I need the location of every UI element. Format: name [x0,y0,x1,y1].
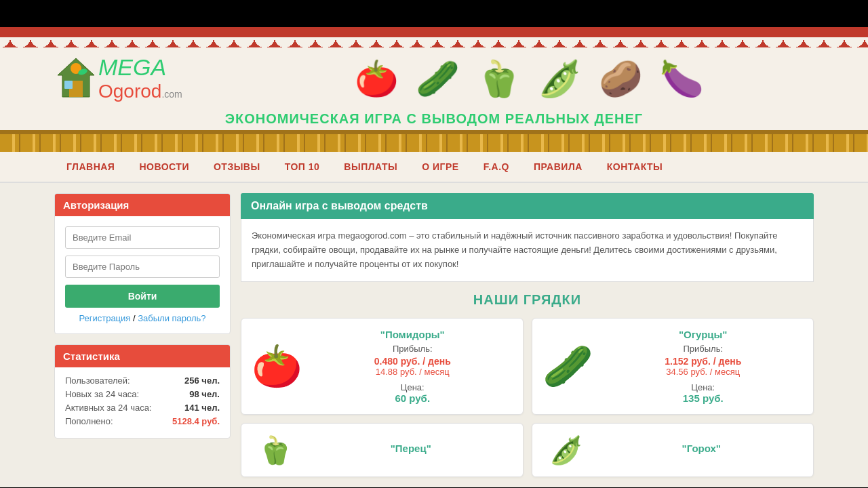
nav-item-otzyvy[interactable]: ОТЗЫВЫ [201,152,273,182]
stats-label-deposited: Пополнено: [65,416,113,426]
logo-ogorod-text: Ogorod [98,81,161,102]
nav-link-top10[interactable]: ТОП 10 [273,152,332,182]
tomato-veggie-icon: 🍅 [252,346,302,387]
stats-value-active: 141 чел. [184,403,220,413]
nav-item-glavnaya[interactable]: ГЛАВНАЯ [54,152,127,182]
tomato-profit-month: 14.88 руб. / месяц [313,367,513,377]
tomato-info: "Помидоры" Прибыль: 0.480 руб. / день 14… [313,329,513,404]
auth-section: Авторизация Войти Регистрация / Забыли п… [54,193,231,334]
sidebar: Авторизация Войти Регистрация / Забыли п… [54,193,231,477]
nav-item-pravila[interactable]: ПРАВИЛА [521,152,595,182]
gryadka-card-pepper[interactable]: 🫑 "Перец" [241,423,524,477]
gryadki-grid-bottom: 🫑 "Перец" 🫛 "Горох" [241,423,814,477]
gryadka-card-peas[interactable]: 🫛 "Горох" [532,423,814,477]
content-header: Онлайн игра с выводом средств [241,193,814,219]
fence [0,130,868,152]
gryadka-card-cucumbers[interactable]: 🥒 "Огурцы" Прибыль: 1.152 руб. / день 34… [532,318,814,415]
nav-item-kontakty[interactable]: КОНТАКТЫ [595,152,675,182]
nav-link-novosti[interactable]: НОВОСТИ [127,152,201,182]
logo-com-text: .com [161,89,182,100]
cucumber-icon: 🥒 [416,61,460,96]
stats-label-active: Активных за 24 часа: [65,403,151,413]
tomato-profit-day: 0.480 руб. / день [313,356,513,367]
nav-link-oigre[interactable]: О ИГРЕ [410,152,471,182]
cucumber-price-label: Цена: [604,382,804,392]
veggie-icons: 🍅 🥒 🫑 🫛 🥔 🍆 [244,61,814,96]
stats-row-users: Пользователей: 256 чел. [65,375,220,386]
cucumber-name: "Огурцы" [604,329,804,340]
auth-form: Войти Регистрация / Забыли пароль? [55,216,230,333]
stats-label-new: Новых за 24 часа: [65,389,139,399]
stats-row-new: Новых за 24 часа: 98 чел. [65,389,220,399]
content-area: Авторизация Войти Регистрация / Забыли п… [0,183,868,487]
login-button[interactable]: Войти [65,285,220,308]
gryadka-card-tomatoes[interactable]: 🍅 "Помидоры" Прибыль: 0.480 руб. / день … [241,318,524,415]
password-field[interactable] [65,256,220,278]
cucumber-veggie-icon: 🥒 [542,346,593,387]
tomato-icon: 🍅 [355,61,399,96]
navigation: ГЛАВНАЯ НОВОСТИ ОТЗЫВЫ ТОП 10 ВЫПЛАТЫ О … [0,152,868,183]
forgot-link[interactable]: Забыли пароль? [138,313,205,323]
nav-item-novosti[interactable]: НОВОСТИ [127,152,201,182]
stats-row-active: Активных за 24 часа: 141 чел. [65,403,220,413]
scallop-border-top [0,27,868,47]
cucumber-profit-month: 34.56 руб. / месяц [604,367,804,377]
site-header: MEGA Ogorod.com 🍅 🥒 🫑 🫛 🥔 🍆 [0,47,868,106]
black-bar-top [0,0,868,27]
stats-row-deposited: Пополнено: 5128.4 руб. [65,416,220,426]
main-content: Онлайн игра с выводом средств Экономичес… [241,193,814,477]
house-icon [54,55,98,102]
svg-rect-3 [64,81,73,89]
nav-link-pravila[interactable]: ПРАВИЛА [521,152,595,182]
stats-body: Пользователей: 256 чел. Новых за 24 часа… [55,367,230,438]
peas-veggie-icon: 🫛 [542,436,590,464]
site-tagline: ЭКОНОМИЧЕСКАЯ ИГРА С ВЫВОДОМ РЕАЛЬНЫХ ДЕ… [0,106,868,130]
stats-section: Статистика Пользователей: 256 чел. Новых… [54,344,231,439]
gryadki-title: НАШИ ГРЯДКИ [241,292,814,308]
stats-label-users: Пользователей: [65,375,130,386]
eggplant-icon: 🍆 [660,61,704,96]
email-field[interactable] [65,226,220,249]
content-description: Экономическая игра megaogorod.com – это … [241,219,814,282]
tomato-name: "Помидоры" [313,329,513,340]
peas-icon: 🫛 [538,61,582,96]
nav-link-glavnaya[interactable]: ГЛАВНАЯ [54,152,127,182]
tomato-price-label: Цена: [313,382,513,392]
nav-link-faq[interactable]: F.A.Q [471,152,521,182]
pepper-veggie-icon: 🫑 [252,436,299,464]
stats-value-new: 98 чел. [189,389,220,399]
nav-link-otzyvy[interactable]: ОТЗЫВЫ [201,152,273,182]
cucumber-profit-day: 1.152 руб. / день [604,356,804,367]
cucumber-price: 135 руб. [604,392,804,404]
auth-links: Регистрация / Забыли пароль? [65,313,220,323]
logo[interactable]: MEGA Ogorod.com [54,54,224,102]
stats-value-users: 256 чел. [184,375,220,386]
auth-header: Авторизация [55,194,230,216]
tomato-profit-label: Прибыль: [313,344,513,354]
pepper-name: "Перец" [309,443,513,454]
stats-value-deposited: 5128.4 руб. [172,416,220,426]
nav-item-faq[interactable]: F.A.Q [471,152,521,182]
register-link[interactable]: Регистрация [79,313,130,323]
nav-item-top10[interactable]: ТОП 10 [273,152,332,182]
nav-item-vyplaty[interactable]: ВЫПЛАТЫ [332,152,410,182]
pepper-icon: 🫑 [477,61,521,96]
peas-name: "Горох" [600,443,804,454]
tomato-price: 60 руб. [313,392,513,404]
stats-header: Статистика [55,345,230,367]
logo-mega-text: MEGA [98,54,166,80]
nav-link-kontakty[interactable]: КОНТАКТЫ [595,152,675,182]
pepper-info: "Перец" [309,443,513,458]
nav-item-oigre[interactable]: О ИГРЕ [410,152,471,182]
potato-icon: 🥔 [599,61,643,96]
cucumber-info: "Огурцы" Прибыль: 1.152 руб. / день 34.5… [604,329,804,404]
gryadki-grid: 🍅 "Помидоры" Прибыль: 0.480 руб. / день … [241,318,814,415]
nav-link-vyplaty[interactable]: ВЫПЛАТЫ [332,152,410,182]
peas-info: "Горох" [600,443,804,458]
cucumber-profit-label: Прибыль: [604,344,804,354]
